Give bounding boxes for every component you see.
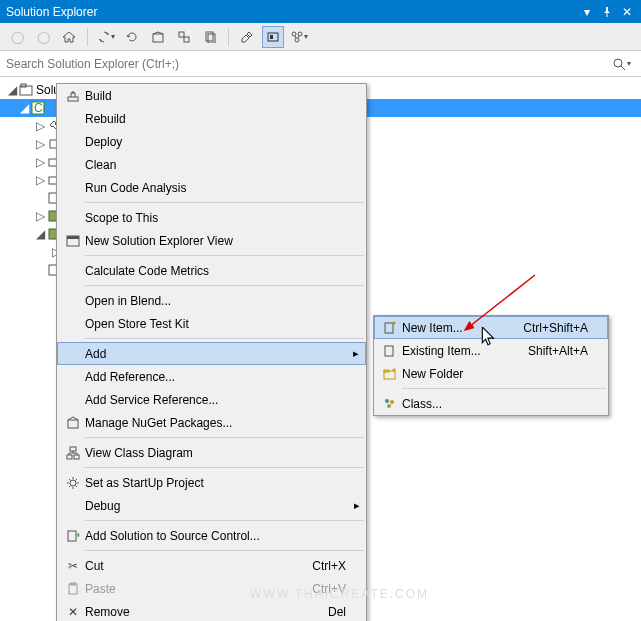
back-icon[interactable]: ◯ <box>6 26 28 48</box>
menu-new-item[interactable]: New Item...Ctrl+Shift+A <box>374 316 608 339</box>
chevron-right-icon[interactable]: ▷ <box>34 173 46 187</box>
svg-text:C#: C# <box>34 101 45 115</box>
search-icon[interactable]: ▾ <box>608 57 635 71</box>
gear-icon <box>61 476 85 490</box>
separator <box>87 28 88 46</box>
menu-separator <box>402 388 606 389</box>
menu-build[interactable]: Build <box>57 84 366 107</box>
paste-icon <box>61 582 85 596</box>
chevron-right-icon[interactable]: ▷ <box>34 155 46 169</box>
svg-rect-26 <box>70 447 76 451</box>
copy-icon[interactable] <box>199 26 221 48</box>
chevron-right-icon[interactable]: ▷ <box>34 137 46 151</box>
diagram-icon <box>61 446 85 460</box>
menu-class[interactable]: Class... <box>374 392 608 415</box>
svg-point-8 <box>298 32 302 36</box>
chevron-right-icon[interactable]: ▷ <box>34 119 46 133</box>
preview-icon[interactable] <box>262 26 284 48</box>
menu-new-solution-explorer[interactable]: New Solution Explorer View <box>57 229 366 252</box>
svg-rect-27 <box>67 455 72 459</box>
menu-source-control[interactable]: Add Solution to Source Control... <box>57 524 366 547</box>
svg-point-39 <box>390 400 394 404</box>
properties-icon[interactable] <box>236 26 258 48</box>
chevron-down-icon[interactable]: ◢ <box>34 227 46 241</box>
title-bar: Solution Explorer ▾ ✕ <box>0 0 641 23</box>
solution-icon <box>18 82 34 98</box>
menu-separator <box>85 437 364 438</box>
svg-rect-28 <box>74 455 79 459</box>
menu-calc-metrics[interactable]: Calculate Code Metrics <box>57 259 366 282</box>
chevron-down-icon[interactable]: ◢ <box>18 101 30 115</box>
menu-open-blend[interactable]: Open in Blend... <box>57 289 366 312</box>
class-icon <box>378 397 402 411</box>
svg-point-38 <box>385 399 389 403</box>
menu-add-reference[interactable]: Add Reference... <box>57 365 366 388</box>
menu-separator <box>85 467 364 468</box>
svg-point-29 <box>70 480 76 486</box>
svg-rect-3 <box>206 32 213 41</box>
svg-rect-35 <box>385 346 393 356</box>
context-menu: Build Rebuild Deploy Clean Run Code Anal… <box>56 83 367 621</box>
menu-run-code-analysis[interactable]: Run Code Analysis <box>57 176 366 199</box>
menu-new-folder[interactable]: New Folder <box>374 362 608 385</box>
menu-cut[interactable]: ✂CutCtrl+X <box>57 554 366 577</box>
svg-point-9 <box>295 38 299 42</box>
menu-clean[interactable]: Clean <box>57 153 366 176</box>
nuget-icon <box>61 416 85 430</box>
menu-separator <box>85 202 364 203</box>
hierarchy-icon[interactable]: ▾ <box>288 26 310 48</box>
menu-deploy[interactable]: Deploy <box>57 130 366 153</box>
close-icon[interactable]: ✕ <box>619 4 635 20</box>
add-submenu: New Item...Ctrl+Shift+A Existing Item...… <box>373 315 609 416</box>
svg-rect-0 <box>153 34 163 42</box>
menu-separator <box>85 255 364 256</box>
menu-existing-item[interactable]: Existing Item...Shift+Alt+A <box>374 339 608 362</box>
menu-rebuild[interactable]: Rebuild <box>57 107 366 130</box>
new-folder-icon <box>378 367 402 381</box>
dropdown-icon[interactable]: ▾ <box>579 4 595 20</box>
svg-point-10 <box>614 59 622 67</box>
window-icon <box>61 234 85 248</box>
home-icon[interactable] <box>58 26 80 48</box>
sync-icon[interactable]: ▾ <box>95 26 117 48</box>
svg-point-7 <box>292 32 296 36</box>
submenu-arrow-icon: ▸ <box>354 499 360 512</box>
svg-rect-4 <box>208 34 215 43</box>
chevron-right-icon[interactable]: ▷ <box>34 209 46 223</box>
svg-rect-34 <box>385 323 393 333</box>
svg-rect-25 <box>68 420 78 428</box>
chevron-down-icon[interactable]: ◢ <box>6 83 18 97</box>
source-control-icon <box>61 529 85 543</box>
menu-startup[interactable]: Set as StartUp Project <box>57 471 366 494</box>
toolbar: ◯ ◯ ▾ ▾ <box>0 23 641 51</box>
menu-open-store[interactable]: Open Store Test Kit <box>57 312 366 335</box>
collapse-icon[interactable] <box>147 26 169 48</box>
build-icon <box>61 89 85 103</box>
pin-icon[interactable] <box>599 4 615 20</box>
menu-debug[interactable]: Debug▸ <box>57 494 366 517</box>
menu-remove[interactable]: ✕RemoveDel <box>57 600 366 621</box>
menu-add[interactable]: Add▸ <box>57 342 366 365</box>
menu-separator <box>85 520 364 521</box>
svg-rect-6 <box>270 35 273 39</box>
svg-point-40 <box>387 404 391 408</box>
show-all-icon[interactable] <box>173 26 195 48</box>
search-row: ▾ <box>0 51 641 77</box>
refresh-icon[interactable] <box>121 26 143 48</box>
window-buttons: ▾ ✕ <box>579 4 635 20</box>
menu-add-service-reference[interactable]: Add Service Reference... <box>57 388 366 411</box>
remove-icon: ✕ <box>61 605 85 619</box>
menu-nuget[interactable]: Manage NuGet Packages... <box>57 411 366 434</box>
new-item-icon <box>378 321 402 335</box>
window-title: Solution Explorer <box>6 5 97 19</box>
menu-separator <box>85 550 364 551</box>
existing-item-icon <box>378 344 402 358</box>
menu-view-class-diagram[interactable]: View Class Diagram <box>57 441 366 464</box>
svg-rect-24 <box>67 236 79 239</box>
svg-rect-1 <box>179 32 184 37</box>
csharp-icon: C# <box>30 100 46 116</box>
submenu-arrow-icon: ▸ <box>353 347 359 360</box>
forward-icon[interactable]: ◯ <box>32 26 54 48</box>
search-input[interactable] <box>6 57 608 71</box>
menu-scope[interactable]: Scope to This <box>57 206 366 229</box>
